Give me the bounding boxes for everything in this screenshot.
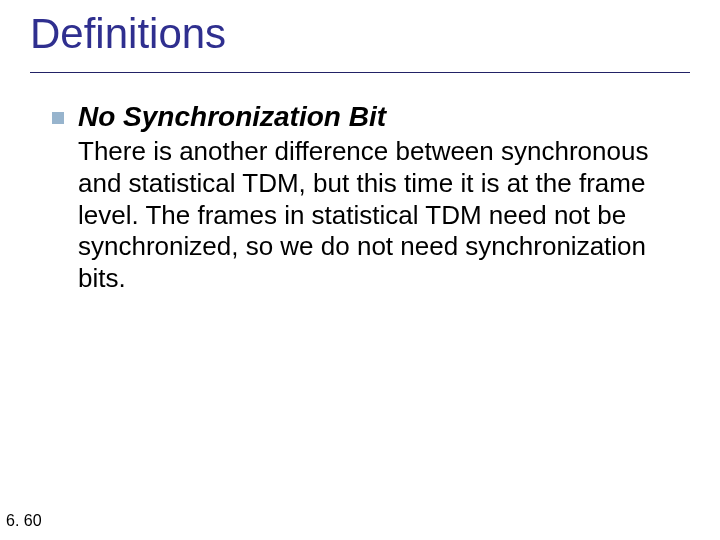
- page-number: 6. 60: [6, 512, 42, 530]
- title-divider: [30, 72, 690, 73]
- bullet-text: There is another difference between sync…: [78, 136, 672, 295]
- slide-body: No Synchronization Bit There is another …: [52, 100, 672, 295]
- bullet-heading: No Synchronization Bit: [78, 100, 386, 134]
- bullet-item: No Synchronization Bit: [52, 100, 672, 134]
- square-bullet-icon: [52, 112, 64, 124]
- slide-title: Definitions: [30, 10, 226, 58]
- slide: Definitions No Synchronization Bit There…: [0, 0, 720, 540]
